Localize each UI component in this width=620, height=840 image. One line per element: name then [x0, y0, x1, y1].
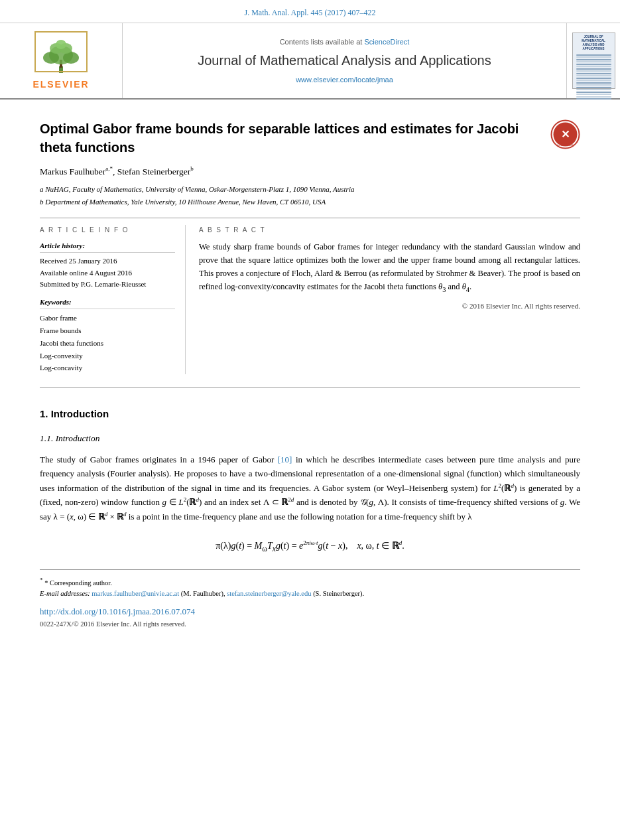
keyword-3: Jacobi theta functions — [40, 337, 175, 350]
journal-ref-text: J. Math. Anal. Appl. 445 (2017) 407–422 — [245, 8, 376, 17]
article-info-abstract: A R T I C L E I N F O Article history: R… — [40, 225, 580, 374]
body-divider — [40, 387, 580, 388]
page: J. Math. Anal. Appl. 445 (2017) 407–422 — [0, 0, 620, 663]
reference-10[interactable]: [10] — [278, 455, 292, 464]
footnotes: * * Corresponding author. E-mail address… — [40, 575, 580, 600]
elsevier-tree-icon — [31, 30, 91, 75]
abstract-column: A B S T R A C T We study sharp frame bou… — [199, 225, 580, 374]
affiliation-a: a NuHAG, Faculty of Mathematics, Univers… — [40, 184, 580, 196]
article-info-column: A R T I C L E I N F O Article history: R… — [40, 225, 186, 374]
header-divider — [40, 218, 580, 218]
affiliation-b: b Department of Mathematics, Yale Univer… — [40, 196, 580, 208]
abstract-header: A B S T R A C T — [199, 225, 580, 235]
journal-title: Journal of Mathematical Analysis and App… — [198, 50, 491, 70]
journal-url[interactable]: www.elsevier.com/locate/jmaa — [296, 74, 393, 86]
svg-rect-10 — [34, 31, 36, 72]
article-history-title: Article history: — [40, 240, 175, 253]
crossmark-icon[interactable]: ✕ CrossMark — [550, 119, 580, 149]
authors-line: Markus Faulhubera,*, Stefan Steinerberge… — [40, 165, 580, 178]
svg-rect-11 — [86, 31, 88, 72]
formula-display: π(λ)g(t) = MωTxg(t) = e2πiω·tg(t − x), x… — [40, 537, 580, 556]
email-addresses-line: E-mail addresses: markus.faulhuber@univi… — [40, 589, 580, 600]
paper-title-section: Optimal Gabor frame bounds for separable… — [40, 119, 580, 157]
article-info-header: A R T I C L E I N F O — [40, 225, 175, 235]
elsevier-logo: ELSEVIER — [31, 30, 91, 92]
doi-link[interactable]: http://dx.doi.org/10.1016/j.jmaa.2016.07… — [40, 606, 195, 616]
author-steinerberger: Stefan Steinerberger — [117, 167, 190, 176]
journal-cover-thumbnail: JOURNAL OFMATHEMATICAL ANALYSIS ANDAPPLI… — [567, 23, 620, 98]
section-1-title: 1. Introduction — [40, 407, 580, 422]
abstract-copyright: © 2016 Elsevier Inc. All rights reserved… — [199, 301, 580, 312]
sciencedirect-link[interactable]: ScienceDirect — [364, 38, 409, 46]
svg-rect-9 — [34, 71, 88, 72]
received-date: Received 25 January 2016 — [40, 255, 175, 267]
corresponding-author-note: * * Corresponding author. — [40, 575, 580, 589]
svg-point-7 — [56, 40, 66, 49]
keywords-title: Keywords: — [40, 297, 175, 310]
footer-divider — [40, 569, 580, 570]
contents-line: Contents lists available at ScienceDirec… — [280, 36, 410, 48]
paper-title: Optimal Gabor frame bounds for separable… — [40, 119, 540, 157]
journal-info-center: Contents lists available at ScienceDirec… — [123, 23, 567, 98]
svg-rect-8 — [34, 31, 88, 33]
elsevier-wordmark-text: ELSEVIER — [32, 78, 89, 92]
doi-line: http://dx.doi.org/10.1016/j.jmaa.2016.07… — [40, 605, 580, 618]
elsevier-logo-section: ELSEVIER — [0, 23, 123, 98]
keyword-2: Frame bounds — [40, 324, 175, 337]
keywords-section: Keywords: Gabor frame Frame bounds Jacob… — [40, 297, 175, 374]
affiliations: a NuHAG, Faculty of Mathematics, Univers… — [40, 184, 580, 208]
main-content: Optimal Gabor frame bounds for separable… — [0, 100, 620, 643]
submitted-by: Submitted by P.G. Lemarie-Rieusset — [40, 279, 175, 290]
svg-text:✕: ✕ — [561, 129, 570, 140]
copyright-footer: 0022-247X/© 2016 Elsevier Inc. All right… — [40, 619, 580, 630]
journal-cover-image: JOURNAL OFMATHEMATICAL ANALYSIS ANDAPPLI… — [572, 33, 615, 89]
email-steinerberger[interactable]: stefan.steinerberger@yale.edu — [227, 590, 311, 597]
keyword-4: Log-convexity — [40, 350, 175, 362]
abstract-text: We study sharp frame bounds of Gabor fra… — [199, 240, 580, 295]
svg-text:CrossMark: CrossMark — [557, 143, 574, 147]
keyword-5: Log-concavity — [40, 362, 175, 374]
formula-text: π(λ)g(t) = MωTxg(t) = e2πiω·tg(t − x), x… — [216, 541, 404, 551]
email-faulhuber[interactable]: markus.faulhuber@univie.ac.at — [92, 590, 179, 597]
intro-paragraph: The study of Gabor frames originates in … — [40, 453, 580, 524]
keyword-1: Gabor frame — [40, 312, 175, 324]
journal-header-banner: ELSEVIER Contents lists available at Sci… — [0, 23, 620, 100]
journal-reference: J. Math. Anal. Appl. 445 (2017) 407–422 — [0, 0, 620, 23]
author-faulhuber: Markus Faulhuber — [40, 167, 105, 176]
available-date: Available online 4 August 2016 — [40, 267, 175, 279]
subsection-1-1-title: 1.1. Introduction — [40, 432, 580, 445]
